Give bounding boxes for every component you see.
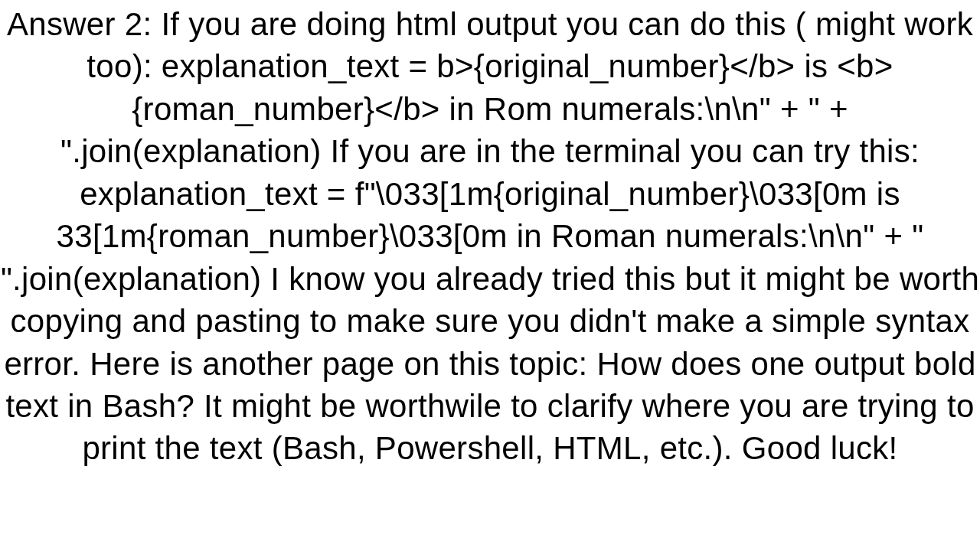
content-container: Answer 2: If you are doing html output y… <box>0 0 980 551</box>
answer-text: Answer 2: If you are doing html output y… <box>0 0 980 470</box>
